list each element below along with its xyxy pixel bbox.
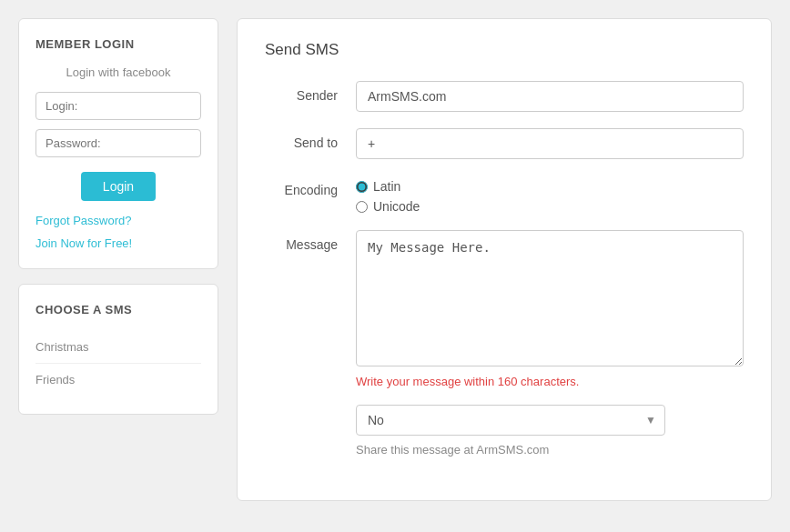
share-row: No Yes ▼ Share this message at ArmSMS.co… — [265, 405, 744, 457]
message-field: My Message Here. Write your message with… — [356, 230, 744, 388]
share-select[interactable]: No Yes — [356, 405, 665, 436]
encoding-unicode-label[interactable]: Unicode — [356, 199, 744, 214]
encoding-latin-text: Latin — [373, 179, 400, 194]
sender-row: Sender — [265, 81, 744, 112]
share-note: Share this message at ArmSMS.com — [356, 443, 744, 457]
choose-sms-title: CHOOSE A SMS — [35, 303, 201, 316]
send-to-field — [356, 128, 744, 159]
forgot-password-link[interactable]: Forgot Password? — [35, 214, 201, 227]
sender-label: Sender — [265, 81, 356, 103]
message-label: Message — [265, 230, 356, 252]
message-row: Message My Message Here. Write your mess… — [265, 230, 744, 388]
share-label — [265, 405, 356, 412]
char-limit-note: Write your message within 160 characters… — [356, 375, 744, 388]
sender-field — [356, 81, 744, 112]
sender-input[interactable] — [356, 81, 744, 112]
encoding-unicode-text: Unicode — [373, 199, 420, 214]
facebook-login-link[interactable]: Login with facebook — [35, 65, 201, 79]
sms-item-christmas[interactable]: Christmas — [35, 331, 201, 364]
send-to-row: Send to — [265, 128, 744, 159]
sms-list: Christmas Friends — [35, 331, 201, 396]
sidebar: MEMBER LOGIN Login with facebook Login F… — [18, 18, 218, 501]
encoding-latin-radio[interactable] — [356, 181, 368, 193]
encoding-label: Encoding — [265, 176, 356, 197]
message-textarea[interactable]: My Message Here. — [356, 230, 744, 366]
send-to-label: Send to — [265, 128, 356, 150]
member-login-card: MEMBER LOGIN Login with facebook Login F… — [18, 18, 218, 269]
encoding-latin-label[interactable]: Latin — [356, 179, 744, 194]
encoding-options: Latin Unicode — [356, 176, 744, 214]
member-login-title: MEMBER LOGIN — [35, 37, 201, 51]
login-button[interactable]: Login — [81, 172, 156, 201]
choose-sms-card: CHOOSE A SMS Christmas Friends — [18, 284, 218, 415]
sms-item-friends[interactable]: Friends — [35, 364, 201, 396]
main-panel: Send SMS Sender Send to Encoding Latin — [237, 18, 772, 501]
encoding-row: Encoding Latin Unicode — [265, 176, 744, 214]
page-title: Send SMS — [265, 41, 744, 59]
password-input[interactable] — [35, 129, 201, 157]
join-free-link[interactable]: Join Now for Free! — [35, 236, 201, 250]
send-to-input[interactable] — [356, 128, 744, 159]
encoding-unicode-radio[interactable] — [356, 201, 368, 213]
share-field: No Yes ▼ Share this message at ArmSMS.co… — [356, 405, 744, 457]
share-select-wrapper: No Yes ▼ — [356, 405, 665, 436]
login-input[interactable] — [35, 92, 201, 120]
